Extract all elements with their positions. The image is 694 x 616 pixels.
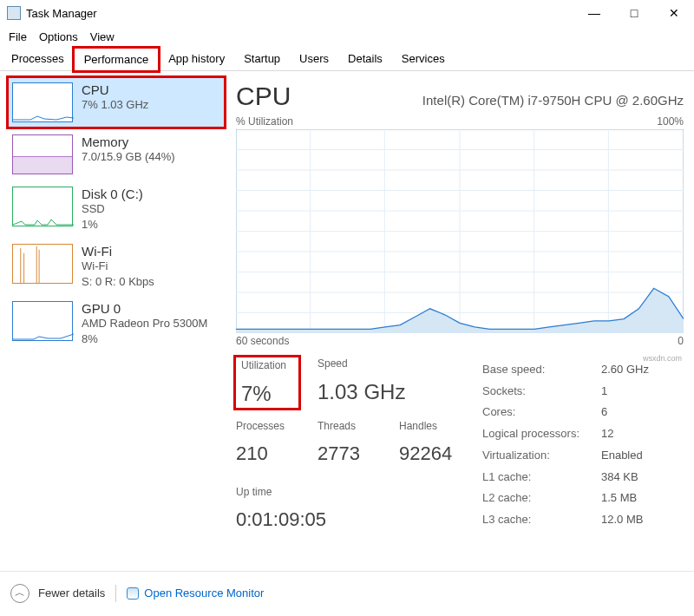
window-titlebar: Task Manager — □ ✕ xyxy=(0,0,694,26)
cpu-model: Intel(R) Core(TM) i7-9750H CPU @ 2.60GHz xyxy=(422,93,684,108)
fewer-details-label: Fewer details xyxy=(38,587,105,600)
stat-speed: Speed 1.03 GHz xyxy=(318,357,405,408)
stat-label: Up time xyxy=(236,486,462,498)
sidebar-item-title: Disk 0 (C:) xyxy=(82,187,143,201)
sidebar-item-title: GPU 0 xyxy=(82,301,207,316)
x-axis-right: 0 xyxy=(678,335,684,347)
menu-view[interactable]: View xyxy=(87,29,118,45)
sidebar-item-wifi[interactable]: Wi-Fi Wi-Fi S: 0 R: 0 Kbps xyxy=(9,239,224,293)
stat-handles: Handles 92264 xyxy=(399,420,462,465)
main-panel: CPU Intel(R) Core(TM) i7-9750H CPU @ 2.6… xyxy=(224,71,694,571)
stat-utilization: Utilization 7% xyxy=(236,357,298,408)
sidebar-item-subtitle: SSD xyxy=(82,201,143,217)
cpu-thumbnail xyxy=(12,82,73,122)
stat-label: Handles xyxy=(399,420,462,432)
page-title: CPU xyxy=(236,82,291,111)
sidebar: CPU 7% 1.03 GHz Memory 7.0/15.9 GB (44%)… xyxy=(0,71,224,571)
spec-value: 1.5 MB xyxy=(601,488,649,508)
sidebar-item-subtitle2: 8% xyxy=(82,331,207,347)
stat-processes: Processes 210 xyxy=(236,420,298,465)
stat-value: 2773 xyxy=(318,442,380,465)
stat-threads: Threads 2773 xyxy=(318,420,380,465)
tab-services[interactable]: Services xyxy=(392,48,455,70)
tab-users[interactable]: Users xyxy=(290,48,338,70)
disk-thumbnail xyxy=(12,187,73,226)
maximize-button[interactable]: □ xyxy=(614,0,654,26)
sidebar-item-title: Wi-Fi xyxy=(82,244,154,259)
spec-value: 384 KB xyxy=(601,467,649,487)
chevron-up-icon: ︿ xyxy=(10,584,29,603)
menu-options[interactable]: Options xyxy=(36,29,82,45)
stat-value: 210 xyxy=(236,442,298,465)
spec-label: Base speed: xyxy=(482,359,599,379)
gpu-thumbnail xyxy=(12,301,73,341)
stat-value: 92264 xyxy=(399,442,462,465)
sidebar-item-disk[interactable]: Disk 0 (C:) SSD 1% xyxy=(9,182,224,236)
menu-file[interactable]: File xyxy=(5,29,30,45)
spec-label: L2 cache: xyxy=(482,488,599,508)
y-axis-label: % Utilization xyxy=(236,115,293,128)
app-icon xyxy=(7,6,21,20)
stat-label: Speed xyxy=(318,357,405,370)
sidebar-item-subtitle: AMD Radeon Pro 5300M xyxy=(82,316,207,331)
sidebar-item-title: Memory xyxy=(82,134,175,149)
sidebar-item-subtitle2: 1% xyxy=(82,217,143,233)
open-resource-monitor-link[interactable]: Open Resource Monitor xyxy=(127,587,264,600)
tab-startup[interactable]: Startup xyxy=(234,48,290,70)
close-button[interactable]: ✕ xyxy=(654,0,694,26)
stat-value: 0:01:09:05 xyxy=(236,508,462,531)
spec-value: 12 xyxy=(601,423,649,443)
sidebar-item-subtitle: 7.0/15.9 GB (44%) xyxy=(82,149,175,165)
spec-label: Sockets: xyxy=(482,381,599,401)
stat-label: Utilization xyxy=(241,359,293,371)
cpu-utilization-graph[interactable] xyxy=(236,129,684,333)
spec-value: 12.0 MB xyxy=(601,509,649,529)
tab-bar: Processes Performance App history Startu… xyxy=(0,48,694,71)
footer-bar: ︿ Fewer details Open Resource Monitor xyxy=(0,571,694,614)
cpu-specs-table: Base speed:2.60 GHz Sockets:1 Cores:6 Lo… xyxy=(481,357,651,531)
x-axis-left: 60 seconds xyxy=(236,335,289,347)
sidebar-item-memory[interactable]: Memory 7.0/15.9 GB (44%) xyxy=(9,130,224,179)
stat-value: 1.03 GHz xyxy=(318,380,405,404)
spec-value: 6 xyxy=(601,403,649,423)
minimize-button[interactable]: — xyxy=(574,0,614,26)
fewer-details-button[interactable]: ︿ Fewer details xyxy=(10,584,105,603)
monitor-icon xyxy=(127,587,139,600)
stat-uptime: Up time 0:01:09:05 xyxy=(236,486,462,531)
sidebar-item-gpu[interactable]: GPU 0 AMD Radeon Pro 5300M 8% xyxy=(9,297,224,351)
spec-label: Cores: xyxy=(482,403,599,423)
wifi-thumbnail xyxy=(12,244,73,284)
stat-label: Processes xyxy=(236,420,298,432)
tab-processes[interactable]: Processes xyxy=(2,48,74,70)
y-axis-max: 100% xyxy=(657,115,684,128)
spec-value: 1 xyxy=(601,381,649,401)
spec-value: 2.60 GHz xyxy=(601,359,649,379)
resource-monitor-label: Open Resource Monitor xyxy=(144,587,264,600)
spec-label: Virtualization: xyxy=(482,445,599,465)
sidebar-item-subtitle: 7% 1.03 GHz xyxy=(82,97,148,113)
tab-app-history[interactable]: App history xyxy=(159,48,234,70)
stat-value: 7% xyxy=(241,382,293,406)
spec-label: Logical processors: xyxy=(482,423,599,443)
sidebar-item-subtitle2: S: 0 R: 0 Kbps xyxy=(82,274,154,290)
divider xyxy=(115,585,116,602)
spec-value: Enabled xyxy=(601,445,649,465)
spec-label: L1 cache: xyxy=(482,467,599,487)
menu-bar: File Options View xyxy=(0,26,694,48)
tab-performance[interactable]: Performance xyxy=(74,48,159,71)
sidebar-item-cpu[interactable]: CPU 7% 1.03 GHz xyxy=(9,78,224,127)
spec-label: L3 cache: xyxy=(482,509,599,529)
sidebar-item-title: CPU xyxy=(82,82,148,97)
stat-label: Threads xyxy=(318,420,380,432)
watermark: wsxdn.com xyxy=(643,354,682,363)
window-title: Task Manager xyxy=(26,7,97,20)
memory-thumbnail xyxy=(12,134,73,174)
sidebar-item-subtitle: Wi-Fi xyxy=(82,259,154,274)
tab-details[interactable]: Details xyxy=(338,48,392,70)
